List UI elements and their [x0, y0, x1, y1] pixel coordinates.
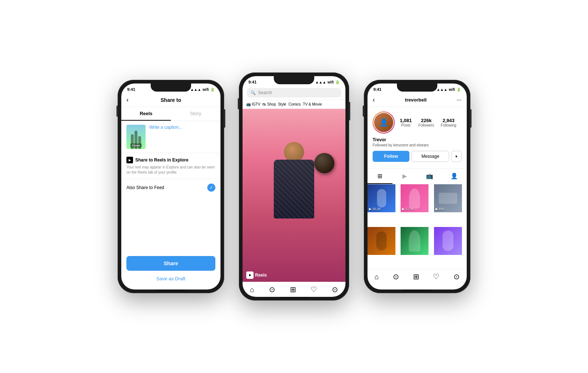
followed-by: Followed by kenzoere and eloears: [373, 143, 462, 147]
nav-profile-3[interactable]: ⊙: [453, 272, 460, 281]
bottom-nav-3: ⌂ ⊙ ⊞ ♡ ⊙: [368, 269, 467, 284]
svg-marker-0: [249, 274, 251, 277]
tab-grid[interactable]: ⊞: [368, 169, 392, 184]
cover-label: Cover: [130, 143, 142, 148]
nav-add-2[interactable]: ⊞: [290, 285, 296, 294]
photo-grid: ▶ 30.2K ▶ 37.3K ▶ 45K: [368, 184, 467, 269]
also-share-row: Also Share to Feed ✓: [121, 179, 220, 196]
dropdown-button[interactable]: ▾: [451, 151, 462, 162]
tab-bar: Reels Story: [121, 107, 220, 121]
tab-reels[interactable]: Reels: [121, 107, 171, 121]
time-2: 9:41: [248, 80, 257, 84]
notch-3: [397, 84, 437, 92]
category-igtv[interactable]: 📺 IGTV: [246, 102, 260, 106]
back-button[interactable]: ‹: [126, 96, 129, 104]
followers-label: Followers: [419, 123, 434, 127]
phone3-content: ‹ trevorbell ··· 👤 1,081 Posts: [368, 93, 467, 289]
cover-thumbnail[interactable]: Cover: [126, 125, 146, 149]
nav-home-2[interactable]: ⌂: [250, 285, 254, 294]
nav-add-3[interactable]: ⊞: [413, 272, 419, 281]
caption-area: Cover Write a caption...: [121, 121, 220, 153]
following-label: Following: [441, 123, 456, 127]
photo-item-3[interactable]: ▶ 45K: [434, 184, 462, 212]
play-count-1: ▶ 30.2K: [369, 207, 381, 211]
following-count: 2,943: [441, 118, 456, 123]
photo-item-2[interactable]: ▶ 37.3K: [401, 184, 429, 212]
nav-profile-2[interactable]: ⊙: [332, 285, 338, 294]
phone-explore-inner: 9:41 ▲▲▲ wifi 🔋 🔍 Search 📺: [243, 76, 345, 297]
reels-explore-section: ▶ Share to Reels in Explore Your reel ma…: [121, 153, 220, 179]
profile-username: trevorbell: [405, 97, 427, 103]
save-draft-button[interactable]: Save as Draft: [121, 274, 220, 284]
share-button[interactable]: Share: [126, 256, 215, 271]
phone1-content: ‹ Share to Reels Story Cover: [121, 93, 220, 289]
category-tv[interactable]: TV & Movie: [303, 102, 322, 106]
search-placeholder: Search: [258, 90, 272, 95]
phone-profile-inner: 9:41 ▲▲▲ wifi 🔋 ‹ trevorbell ··· 👤: [368, 84, 467, 289]
stat-followers: 226k Followers: [419, 118, 434, 127]
nav-search-2[interactable]: ⊙: [269, 285, 275, 294]
category-style[interactable]: Style: [278, 102, 286, 106]
also-share-toggle[interactable]: ✓: [207, 184, 215, 192]
photo-item-4[interactable]: [368, 227, 395, 255]
phone-share-inner: 9:41 ▲▲▲ wifi 🔋 ‹ Share to Reels Story: [121, 84, 220, 289]
reels-explore-title: ▶ Share to Reels in Explore: [126, 157, 215, 163]
status-icons-1: ▲▲▲ wifi 🔋: [190, 88, 215, 92]
tab-reels-profile[interactable]: ▶: [392, 169, 417, 184]
reels-badge-icon: [246, 271, 254, 279]
tab-story[interactable]: Story: [171, 107, 220, 121]
follow-button[interactable]: Follow: [373, 151, 409, 162]
avatar-image: 👤: [373, 112, 394, 133]
profile-top: 👤 1,081 Posts 226k Followers: [373, 111, 462, 134]
category-comics[interactable]: Comics: [288, 102, 301, 106]
photo-item-5[interactable]: [401, 227, 429, 255]
nav-search-3[interactable]: ⊙: [393, 272, 399, 281]
phone-profile: 9:41 ▲▲▲ wifi 🔋 ‹ trevorbell ··· 👤: [364, 80, 470, 293]
tab-tv[interactable]: 📺: [417, 169, 442, 184]
status-icons-3: ▲▲▲ wifi 🔋: [437, 88, 461, 92]
profile-name: Trevor: [373, 137, 462, 142]
spacer: [121, 196, 220, 256]
nav-heart-2[interactable]: ♡: [311, 285, 317, 294]
home-indicator-1: [156, 289, 186, 291]
search-icon: 🔍: [251, 90, 256, 95]
nav-heart-3[interactable]: ♡: [433, 272, 440, 281]
time-3: 9:41: [373, 87, 381, 92]
tab-tagged[interactable]: 👤: [442, 169, 467, 184]
profile-avatar: 👤: [373, 111, 395, 134]
action-buttons: Follow Message ▾: [373, 151, 462, 162]
stat-posts: 1,081 Posts: [400, 118, 412, 127]
bottom-nav-2: ⌂ ⊙ ⊞ ♡ ⊙: [243, 282, 345, 297]
reel-background: Reels: [243, 109, 345, 282]
caption-input[interactable]: Write a caption...: [149, 125, 182, 130]
followers-count: 226k: [419, 118, 434, 123]
stat-following: 2,943 Following: [441, 118, 456, 127]
profile-back-button[interactable]: ‹: [373, 96, 375, 104]
notch-2: [274, 76, 314, 84]
phone-explore: 9:41 ▲▲▲ wifi 🔋 🔍 Search 📺: [239, 72, 349, 301]
profile-header: ‹ trevorbell ···: [368, 93, 467, 107]
category-shop[interactable]: 🛍 Shop: [262, 102, 276, 106]
photo-item-1[interactable]: ▶ 30.2K: [368, 184, 395, 212]
scene: 9:41 ▲▲▲ wifi 🔋 ‹ Share to Reels Story: [0, 0, 588, 373]
share-title: Share to: [161, 97, 181, 103]
content-tabs: ⊞ ▶ 📺 👤: [368, 168, 467, 184]
posts-label: Posts: [400, 123, 412, 127]
message-button[interactable]: Message: [412, 151, 449, 162]
profile-info-area: 👤 1,081 Posts 226k Followers: [368, 107, 467, 168]
stats-row: 1,081 Posts 226k Followers 2,943 Followi…: [400, 118, 456, 127]
categories-bar: 📺 IGTV 🛍 Shop Style Comics TV & Movie: [243, 100, 345, 109]
time-1: 9:41: [127, 87, 135, 92]
notch-1: [151, 84, 191, 92]
main-reel-area: Reels: [243, 109, 345, 282]
reels-badge: Reels: [246, 271, 267, 279]
nav-home-3[interactable]: ⌂: [374, 273, 379, 281]
phone-share: 9:41 ▲▲▲ wifi 🔋 ‹ Share to Reels Story: [118, 80, 224, 293]
photo-item-6[interactable]: [434, 227, 462, 255]
share-header: ‹ Share to: [121, 93, 220, 107]
more-options-button[interactable]: ···: [457, 97, 462, 103]
play-count-2: ▶ 37.3K: [402, 207, 414, 211]
home-indicator-2: [279, 297, 309, 298]
search-bar[interactable]: 🔍 Search: [247, 88, 341, 97]
reels-icon: ▶: [126, 157, 133, 163]
